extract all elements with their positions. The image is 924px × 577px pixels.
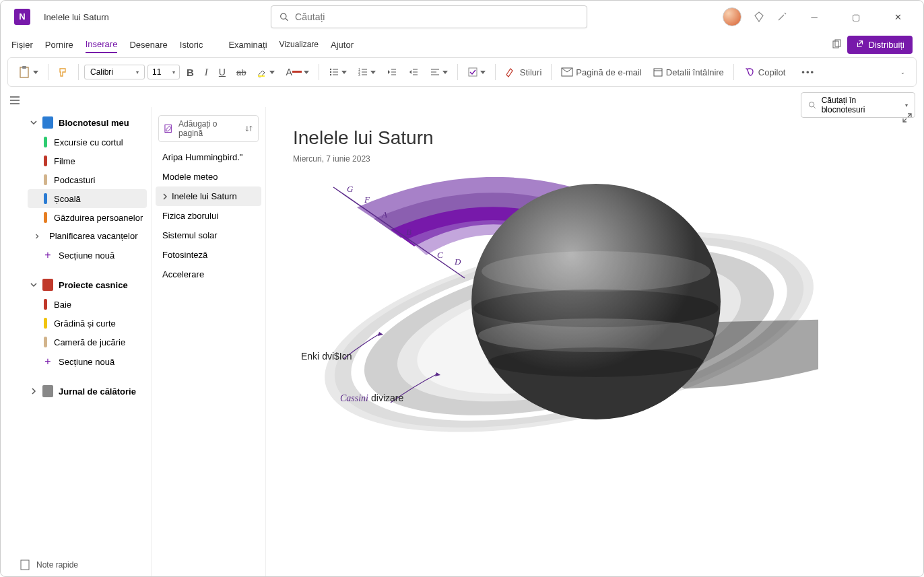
wand-icon[interactable] bbox=[777, 11, 787, 22]
font-name-select[interactable]: Calibri▾ bbox=[84, 65, 145, 79]
svg-rect-28 bbox=[469, 68, 477, 76]
highlight-button[interactable] bbox=[253, 62, 279, 82]
section-gradina[interactable]: Grădină și curte bbox=[24, 314, 151, 333]
copilot-button[interactable]: Copilot bbox=[739, 62, 789, 82]
titlebar: N Inelele lui Saturn ─ ▢ ✕ bbox=[1, 1, 923, 33]
copy-icon[interactable] bbox=[831, 39, 842, 50]
more-button[interactable]: ••• bbox=[797, 62, 819, 82]
minimize-button[interactable]: ─ bbox=[799, 7, 829, 27]
ring-label-g: G bbox=[347, 184, 353, 195]
meeting-details-button[interactable]: Detalii întâlnire bbox=[649, 62, 728, 82]
svg-point-7 bbox=[330, 69, 331, 70]
section-gazduirea[interactable]: Găzduirea persoanelor bbox=[24, 208, 151, 227]
page-item[interactable]: Fotosinteză bbox=[152, 245, 265, 265]
indent-button[interactable] bbox=[404, 62, 423, 82]
section-podcasturi[interactable]: Podcasturi bbox=[24, 170, 151, 189]
notebook-nav: Blocnotesul meu Excursie cu cortul Filme… bbox=[24, 107, 152, 577]
section-planificarea[interactable]: Planificarea vacanțelor bbox=[24, 227, 151, 245]
pages-list: Adăugați o pagină Aripa Hummingbird." Mo… bbox=[152, 107, 266, 577]
svg-point-46 bbox=[482, 251, 711, 292]
svg-rect-6 bbox=[258, 75, 265, 77]
ring-label-c: C bbox=[437, 250, 443, 261]
search-box[interactable] bbox=[271, 5, 587, 28]
app-icon: N bbox=[14, 9, 30, 25]
menu-view[interactable]: Vizualizare bbox=[279, 37, 319, 52]
section-excursie[interactable]: Excursie cu cortul bbox=[24, 133, 151, 151]
page-date: Miercuri, 7 iunie 2023 bbox=[293, 154, 896, 164]
menu-insert[interactable]: Inserare bbox=[86, 36, 118, 53]
quick-notes-button[interactable]: Note rapide bbox=[20, 559, 78, 570]
font-color-button[interactable]: A bbox=[282, 62, 312, 82]
notebook-icon bbox=[42, 116, 53, 129]
page-item[interactable]: Aripa Hummingbird." bbox=[152, 147, 265, 167]
notebook-icon bbox=[42, 279, 53, 291]
svg-point-35 bbox=[809, 102, 814, 107]
numbering-button[interactable]: 123 bbox=[354, 62, 380, 82]
strikethrough-button[interactable]: ab bbox=[232, 62, 250, 82]
menu-file[interactable]: Fișier bbox=[11, 37, 33, 53]
page-item[interactable]: Accelerare bbox=[152, 265, 265, 284]
outdent-button[interactable] bbox=[383, 62, 401, 82]
svg-rect-4 bbox=[20, 67, 28, 77]
font-size-select[interactable]: 11▾ bbox=[147, 65, 180, 79]
ribbon-chevron[interactable]: ⌄ bbox=[896, 62, 909, 82]
maximize-button[interactable]: ▢ bbox=[841, 7, 871, 27]
plus-icon: + bbox=[44, 249, 52, 261]
add-page-button[interactable]: Adăugați o pagină bbox=[158, 115, 259, 142]
plus-icon: + bbox=[44, 355, 52, 368]
notebook-header-1[interactable]: Proiecte casnice bbox=[24, 275, 151, 295]
note-icon bbox=[20, 559, 30, 570]
saturn-figure: G F A B C D Enki dvi$Icn Cassinidivizare bbox=[306, 177, 818, 514]
svg-text:3: 3 bbox=[358, 73, 360, 77]
svg-rect-5 bbox=[22, 66, 26, 69]
window-title: Inelele lui Saturn bbox=[44, 12, 109, 22]
avatar[interactable] bbox=[723, 7, 741, 26]
todo-button[interactable] bbox=[463, 62, 490, 82]
paste-button[interactable] bbox=[15, 62, 42, 82]
align-button[interactable] bbox=[426, 62, 452, 82]
annotation-enki: Enki dvi$Icn bbox=[301, 351, 352, 362]
expand-icon[interactable] bbox=[902, 112, 913, 123]
bold-button[interactable]: B bbox=[183, 62, 198, 82]
menu-review[interactable]: Examinați bbox=[228, 37, 267, 53]
share-button[interactable]: Distribuiți bbox=[847, 36, 913, 54]
edit-icon bbox=[164, 124, 173, 133]
search-icon bbox=[279, 12, 288, 22]
menu-history[interactable]: Istoric bbox=[180, 37, 203, 53]
new-section-0[interactable]: +Secțiune nouă bbox=[24, 245, 151, 265]
section-baie[interactable]: Baie bbox=[24, 295, 151, 314]
page-item[interactable]: Modele meteo bbox=[152, 167, 265, 186]
ring-label-d: D bbox=[455, 257, 461, 267]
menu-draw[interactable]: Desenare bbox=[129, 37, 167, 53]
section-scoala[interactable]: Școală bbox=[28, 189, 147, 208]
page-item[interactable]: Fizica zborului bbox=[152, 206, 265, 226]
section-camera[interactable]: Cameră de jucărie bbox=[24, 333, 151, 351]
format-painter-button[interactable] bbox=[54, 62, 73, 82]
hamburger-button[interactable] bbox=[1, 91, 14, 107]
svg-point-48 bbox=[478, 318, 714, 352]
page-canvas[interactable]: Inelele lui Saturn Miercuri, 7 iunie 202… bbox=[266, 107, 923, 577]
page-item-selected[interactable]: Inelele lui Saturn bbox=[156, 186, 261, 206]
underline-button[interactable]: U bbox=[215, 62, 230, 82]
sort-icon[interactable] bbox=[245, 125, 253, 133]
bullets-button[interactable] bbox=[325, 62, 351, 82]
menu-home[interactable]: Pornire bbox=[45, 37, 73, 53]
diamond-icon[interactable] bbox=[754, 11, 764, 22]
search-input[interactable] bbox=[295, 11, 579, 22]
notebook-header-2[interactable]: Jurnal de călătorie bbox=[24, 381, 151, 401]
menu-help[interactable]: Ajutor bbox=[331, 37, 354, 53]
page-title[interactable]: Inelele lui Saturn bbox=[293, 127, 896, 149]
close-button[interactable]: ✕ bbox=[883, 7, 913, 27]
ring-label-f: F bbox=[364, 195, 370, 205]
svg-point-49 bbox=[488, 347, 704, 377]
email-page-button[interactable]: Pagină de e-mail bbox=[557, 62, 646, 82]
styles-button[interactable]: Stiluri bbox=[501, 62, 546, 82]
section-filme[interactable]: Filme bbox=[24, 151, 151, 170]
svg-rect-50 bbox=[21, 560, 29, 570]
ribbon: Calibri▾ 11▾ B I U ab A 123 Stiluri Pagi… bbox=[7, 57, 917, 87]
page-item[interactable]: Sistemul solar bbox=[152, 226, 265, 245]
notebook-header-0[interactable]: Blocnotesul meu bbox=[24, 112, 151, 133]
italic-button[interactable]: I bbox=[201, 62, 212, 82]
svg-point-0 bbox=[281, 13, 286, 19]
new-section-1[interactable]: +Secțiune nouă bbox=[24, 351, 151, 372]
